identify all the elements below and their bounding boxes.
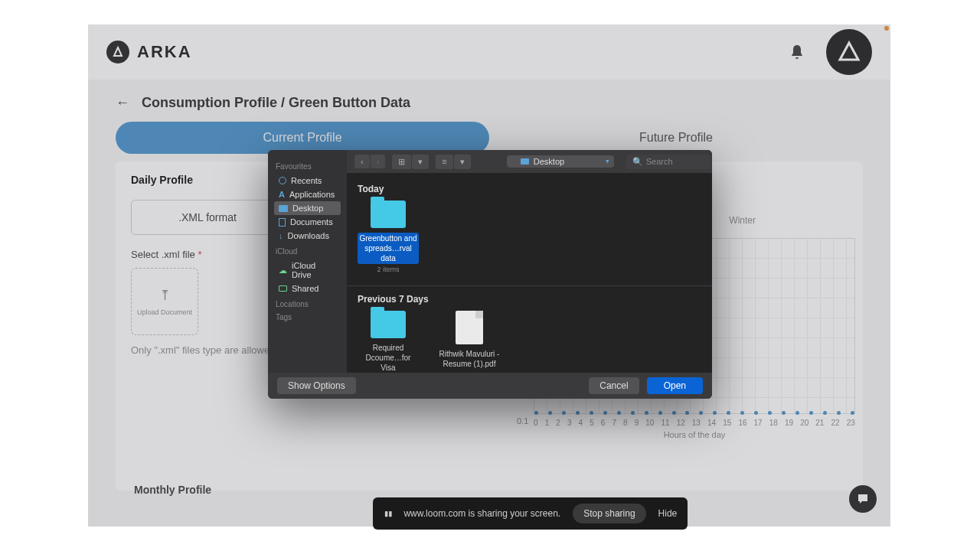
open-button[interactable]: Open bbox=[647, 377, 703, 394]
cancel-button[interactable]: Cancel bbox=[589, 377, 639, 394]
file-picker-footer: Show Options Cancel Open bbox=[268, 373, 712, 399]
desktop-icon bbox=[521, 158, 529, 165]
search-input[interactable]: 🔍 Search bbox=[626, 155, 710, 169]
desktop-icon bbox=[279, 205, 288, 212]
shared-icon bbox=[279, 285, 287, 292]
hide-button[interactable]: Hide bbox=[658, 508, 678, 519]
sidebar-item-recents[interactable]: Recents bbox=[274, 174, 341, 187]
sidebar-item-icloud-drive[interactable]: ☁iCloud Drive bbox=[274, 259, 341, 282]
nav-back-button[interactable]: ‹ bbox=[354, 155, 370, 168]
file-item-resume-pdf[interactable]: Rithwik Mavuluri - Resume (1).pdf bbox=[439, 311, 500, 373]
sidebar-item-shared[interactable]: Shared bbox=[274, 282, 341, 295]
file-picker-content: ‹ › ⊞ ▾ ≡ ▾ Desktop 🔍 bbox=[347, 150, 712, 373]
sidebar-heading-tags: Tags bbox=[276, 313, 339, 321]
group-button[interactable]: ≡ bbox=[436, 155, 452, 169]
documents-icon bbox=[279, 218, 286, 227]
downloads-icon: ↓ bbox=[279, 231, 283, 240]
stop-sharing-button[interactable]: Stop sharing bbox=[573, 504, 645, 523]
nav-forward-button[interactable]: › bbox=[371, 155, 386, 168]
cloud-icon: ☁ bbox=[279, 266, 287, 276]
location-select[interactable]: Desktop bbox=[507, 155, 614, 168]
share-text: www.loom.com is sharing your screen. bbox=[403, 508, 560, 519]
sidebar-item-documents[interactable]: Documents bbox=[274, 215, 341, 229]
group-dropdown-button[interactable]: ▾ bbox=[454, 155, 471, 169]
sidebar-item-desktop[interactable]: Desktop bbox=[274, 201, 341, 215]
document-icon bbox=[456, 311, 483, 344]
apps-icon: A bbox=[279, 190, 285, 199]
folder-icon bbox=[371, 201, 406, 228]
file-picker-dialog: Favourites Recents AApplications Desktop… bbox=[268, 150, 712, 399]
file-picker-toolbar: ‹ › ⊞ ▾ ≡ ▾ Desktop 🔍 bbox=[347, 150, 712, 173]
clock-icon bbox=[279, 177, 286, 184]
view-dropdown-button[interactable]: ▾ bbox=[412, 155, 429, 169]
sidebar-heading-icloud: iCloud bbox=[276, 247, 339, 256]
sidebar-item-applications[interactable]: AApplications bbox=[274, 187, 341, 201]
screen-share-bar: ▮▮ www.loom.com is sharing your screen. … bbox=[373, 497, 688, 530]
file-item-greenbutton[interactable]: Greenbutton and spreads…rval data 2 item… bbox=[358, 201, 419, 273]
sidebar-heading-locations: Locations bbox=[276, 300, 339, 308]
file-item-required-docs[interactable]: Required Dcoume…for Visa bbox=[358, 311, 419, 373]
folder-icon bbox=[371, 311, 406, 338]
file-picker-sidebar: Favourites Recents AApplications Desktop… bbox=[268, 150, 347, 373]
sidebar-heading-favourites: Favourites bbox=[276, 162, 339, 171]
view-grid-button[interactable]: ⊞ bbox=[392, 155, 411, 169]
section-today: Today bbox=[358, 184, 701, 194]
search-icon: 🔍 bbox=[632, 157, 643, 167]
sidebar-item-downloads[interactable]: ↓Downloads bbox=[274, 229, 341, 243]
pause-icon[interactable]: ▮▮ bbox=[384, 508, 391, 519]
section-previous-7-days: Previous 7 Days bbox=[358, 294, 701, 305]
show-options-button[interactable]: Show Options bbox=[277, 377, 356, 394]
